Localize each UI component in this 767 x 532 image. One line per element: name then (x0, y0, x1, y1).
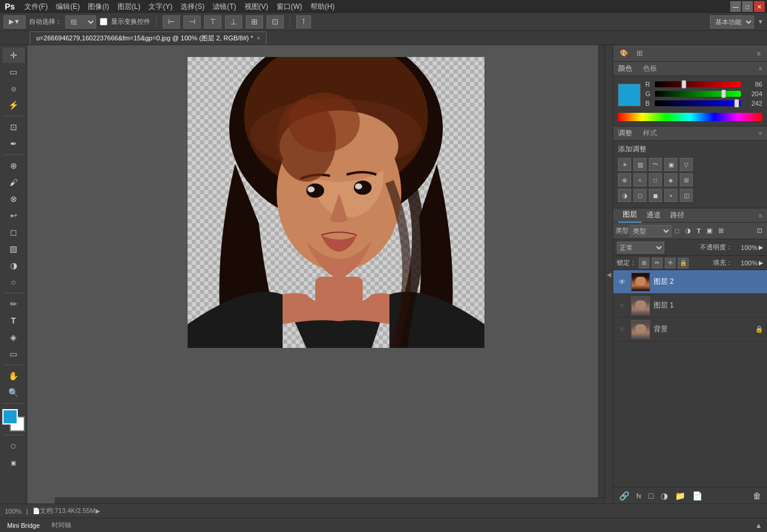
menu-text[interactable]: 文字(Y) (145, 1, 176, 13)
selective-color-adjustment[interactable]: ◫ (680, 189, 693, 202)
layer-item-bg[interactable]: 👁 背景 🔒 (613, 318, 767, 341)
vibrance-adjustment[interactable]: ▽ (680, 158, 693, 171)
layer-bg-visibility[interactable]: 👁 (617, 324, 627, 335)
photofilter-adjustment[interactable]: ◈ (664, 173, 677, 186)
brightness-adjustment[interactable]: ☀ (618, 158, 631, 171)
channelmixer-adjustment[interactable]: ⊞ (680, 173, 693, 186)
align-center-h-button[interactable]: ⊣ (183, 15, 201, 28)
lock-pixels-button[interactable]: ⊞ (639, 258, 649, 268)
layer-filter-shape[interactable]: ▣ (704, 226, 715, 236)
tool-arrow-button[interactable]: ▶▼ (4, 15, 26, 28)
adjustments-panel-header[interactable]: 调整 样式 ≡ (613, 126, 767, 141)
quick-mask-button[interactable]: ⬡ (2, 438, 25, 454)
layer-1-visibility[interactable]: 👁 (617, 300, 627, 311)
doc-info-arrow[interactable]: ▶ (96, 508, 100, 514)
curves-adjustment[interactable]: 〜 (649, 158, 662, 171)
zoom-tool[interactable]: 🔍 (2, 385, 25, 400)
minimize-button[interactable]: — (730, 1, 741, 12)
blue-slider[interactable] (655, 100, 741, 106)
align-bottom-button[interactable]: ⊡ (267, 15, 284, 28)
selection-tool[interactable]: ▭ (2, 64, 25, 80)
tab-close-button[interactable]: × (257, 35, 261, 42)
timeline-tab[interactable]: 时间轴 (49, 520, 74, 531)
layer-mask-button[interactable]: □ (646, 490, 656, 502)
lock-all-button[interactable]: 🔒 (678, 258, 689, 268)
lock-brush-button[interactable]: ✏ (652, 258, 663, 268)
dodge-tool[interactable]: ○ (2, 274, 25, 290)
layers-tab[interactable]: 图层 (618, 208, 642, 223)
shape-tool[interactable]: ▭ (2, 346, 25, 362)
color-picker[interactable] (2, 409, 25, 432)
fill-arrow[interactable]: ▶ (759, 259, 763, 266)
hsl-adjustment[interactable]: ⊕ (618, 173, 631, 186)
layer-link-button[interactable]: 🔗 (617, 490, 632, 502)
red-slider[interactable] (655, 81, 741, 87)
layer-delete-button[interactable]: 🗑 (750, 490, 763, 502)
pen-tool[interactable]: ✏ (2, 296, 25, 312)
mini-bridge-tab[interactable]: Mini Bridge (5, 521, 42, 530)
gradient-map-adjustment[interactable]: ▪ (664, 189, 677, 202)
layer-item-1[interactable]: 👁 图层 1 (613, 294, 767, 318)
menu-edit[interactable]: 编辑(E) (52, 1, 83, 13)
levels-adjustment[interactable]: ▨ (633, 158, 646, 171)
path-selection-tool[interactable]: ◈ (2, 330, 25, 345)
align-center-v-button[interactable]: ⊞ (246, 15, 263, 28)
layer-type-select[interactable]: 类型 (630, 225, 671, 237)
invert-adjustment[interactable]: ◑ (618, 189, 631, 202)
show-transform-checkbox[interactable] (100, 18, 107, 26)
history-panel-icon[interactable]: ⊞ (633, 48, 645, 59)
horizontal-scrollbar[interactable] (55, 498, 604, 504)
threshold-adjustment[interactable]: ◼ (649, 189, 662, 202)
auto-select-dropdown[interactable]: 组 图层 (65, 15, 96, 28)
panel-collapse-strip[interactable]: ◀ (604, 45, 613, 504)
eraser-tool[interactable]: ◻ (2, 224, 25, 240)
layer-filter-pixel[interactable]: □ (673, 226, 682, 236)
menu-image[interactable]: 图像(I) (84, 1, 112, 13)
menu-view[interactable]: 视图(V) (241, 1, 272, 13)
paths-tab[interactable]: 路径 (665, 208, 689, 223)
green-slider-handle[interactable] (721, 90, 726, 98)
workspace-select[interactable]: 基本功能 (710, 15, 754, 28)
colorbalance-adjustment[interactable]: ≈ (633, 173, 646, 186)
panel-options-button[interactable]: ≡ (753, 48, 765, 59)
align-top-button[interactable]: ⊥ (225, 15, 242, 28)
color-panel-options[interactable]: ≡ (759, 65, 762, 72)
clone-stamp-tool[interactable]: ⊗ (2, 191, 25, 207)
red-slider-handle[interactable] (682, 80, 686, 88)
menu-select[interactable]: 选择(S) (177, 1, 208, 13)
exposure-adjustment[interactable]: ▣ (664, 158, 677, 171)
layer-fx-button[interactable]: fx (634, 491, 644, 501)
menu-window[interactable]: 窗口(W) (273, 1, 306, 13)
blur-tool[interactable]: ◑ (2, 258, 25, 273)
distribute-button[interactable]: ⊺ (296, 15, 311, 28)
gradient-tool[interactable]: ▨ (2, 241, 25, 256)
document-tab[interactable]: u=2666946279,1602237666&fm=15&gp=0.jpg @… (30, 31, 267, 45)
eyedropper-tool[interactable]: ✒ (2, 136, 25, 151)
vertical-scrollbar[interactable] (598, 45, 604, 498)
adjustments-panel-options[interactable]: ≡ (759, 130, 762, 137)
layer-filter-text[interactable]: T (695, 226, 703, 236)
foreground-color[interactable] (2, 409, 18, 425)
green-slider[interactable] (655, 91, 741, 97)
lock-position-button[interactable]: ✛ (665, 258, 676, 268)
brush-tool[interactable]: 🖌 (2, 175, 25, 190)
layer-filter-adjust[interactable]: ◑ (683, 226, 693, 236)
crop-tool[interactable]: ⊡ (2, 119, 25, 135)
move-tool[interactable]: ✛ (2, 48, 25, 63)
layer-filter-smart[interactable]: ⊞ (716, 226, 726, 236)
menu-file[interactable]: 文件(F) (21, 1, 51, 13)
layer-filter-toggle[interactable]: ⊡ (755, 226, 765, 236)
magic-wand-tool[interactable]: ⚡ (2, 97, 25, 113)
history-brush-tool[interactable]: ↩ (2, 208, 25, 223)
maximize-button[interactable]: □ (742, 1, 753, 12)
layer-new-button[interactable]: 📄 (690, 490, 705, 502)
blue-slider-handle[interactable] (734, 99, 739, 107)
posterize-adjustment[interactable]: ◻ (633, 189, 646, 202)
text-tool[interactable]: T (2, 313, 25, 328)
menu-layer[interactable]: 图层(L) (114, 1, 144, 13)
bw-adjustment[interactable]: □ (649, 173, 662, 186)
color-preview[interactable] (618, 84, 641, 106)
layer-2-visibility[interactable]: 👁 (617, 277, 627, 287)
menu-filter[interactable]: 滤镜(T) (209, 1, 239, 13)
layers-panel-options[interactable]: ≡ (759, 212, 762, 219)
